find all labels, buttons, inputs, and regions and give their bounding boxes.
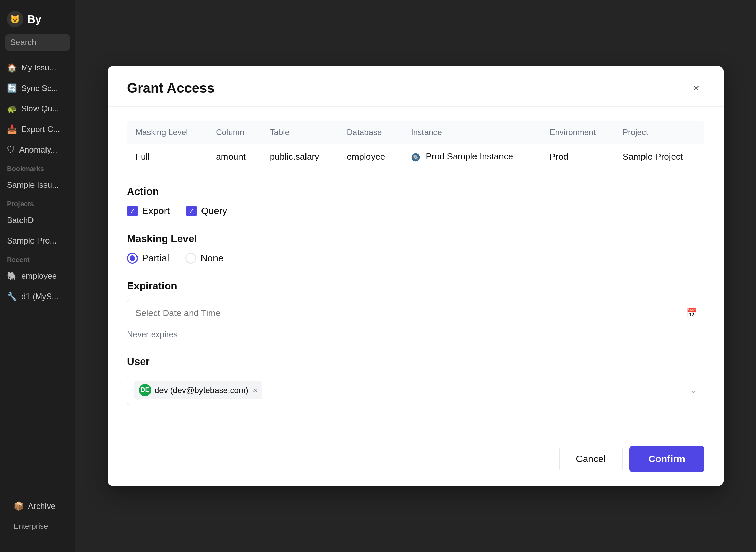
col-header-project: Project (614, 121, 704, 144)
grant-access-table: Masking Level Column Table Database Inst… (127, 120, 704, 169)
export-checkbox-box: ✓ (127, 206, 138, 216)
sidebar-item-batchd[interactable]: BatchD (0, 210, 75, 231)
cancel-button[interactable]: Cancel (559, 446, 623, 472)
sidebar-header: 🐱 By (0, 0, 75, 34)
action-label: Action (127, 186, 704, 197)
cell-database: employee (338, 144, 403, 169)
user-section: User DE dev (dev@bytebase.com) × ⌄ (127, 356, 704, 405)
date-input-wrapper: 📅 (127, 300, 704, 326)
radio-none-circle (185, 253, 196, 264)
svg-text:🐘: 🐘 (413, 155, 419, 160)
col-header-column: Column (208, 121, 261, 144)
expiration-section: Expiration 📅 Never expires (127, 280, 704, 339)
export-label: Export (142, 206, 170, 216)
query-checkbox[interactable]: ✓ Query (186, 206, 227, 216)
col-header-instance: Instance (403, 121, 541, 144)
cell-environment: Prod (541, 144, 614, 169)
grant-access-modal: Grant Access × Masking Level Column Tabl… (108, 66, 724, 486)
cell-column: amount (208, 144, 261, 169)
user-tag: DE dev (dev@bytebase.com) × (134, 381, 262, 399)
search-input[interactable]: Search (5, 34, 70, 51)
radio-partial[interactable]: Partial (127, 253, 169, 264)
postgres-icon: 🐘 (411, 153, 420, 162)
partial-label: Partial (142, 253, 169, 264)
db-icon: 🐘 (7, 271, 17, 281)
sidebar-item-export-c[interactable]: 📥 Export C... (0, 119, 75, 140)
sidebar-item-sync-sc[interactable]: 🔄 Sync Sc... (0, 78, 75, 98)
sidebar-item-sample-issue[interactable]: Sample Issu... (0, 175, 75, 195)
user-name: dev (dev@bytebase.com) (155, 385, 248, 395)
masking-radio-group: Partial None (127, 253, 704, 264)
confirm-button[interactable]: Confirm (629, 446, 704, 472)
table-row: Full amount public.salary employee 🐘 (127, 144, 704, 169)
masking-level-section: Masking Level Partial None (127, 233, 704, 264)
none-label: None (200, 253, 223, 264)
dropdown-arrow-icon: ⌄ (690, 385, 697, 395)
col-header-masking-level: Masking Level (127, 121, 208, 144)
date-time-input[interactable] (127, 300, 704, 326)
never-expires-text: Never expires (127, 330, 704, 339)
query-label: Query (201, 206, 227, 216)
query-checkbox-box: ✓ (186, 206, 197, 216)
col-header-database: Database (338, 121, 403, 144)
radio-partial-circle (127, 253, 138, 264)
sidebar-item-enterprise[interactable]: Enterprise (7, 516, 68, 536)
cell-instance: 🐘 Prod Sample Instance (403, 144, 541, 169)
sidebar-footer: 📦 Archive Enterprise (0, 490, 75, 542)
section-bookmarks: Bookmarks (0, 160, 75, 175)
archive-icon: 📦 (14, 501, 24, 511)
user-remove-button[interactable]: × (253, 386, 258, 395)
export-checkbox[interactable]: ✓ Export (127, 206, 170, 216)
col-header-environment: Environment (541, 121, 614, 144)
modal-header: Grant Access × (108, 66, 724, 107)
issues-icon: 🏠 (7, 63, 17, 73)
slow-query-icon: 🐢 (7, 104, 17, 114)
app-name: By (27, 13, 41, 26)
section-projects: Projects (0, 195, 75, 210)
modal-body: Masking Level Column Table Database Inst… (108, 107, 724, 435)
user-avatar: DE (139, 384, 151, 396)
calendar-icon: 📅 (686, 308, 697, 318)
sidebar-item-employee[interactable]: 🐘 employee (0, 266, 75, 286)
modal-overlay: Grant Access × Masking Level Column Tabl… (75, 0, 756, 552)
cell-table: public.salary (262, 144, 339, 169)
modal-title: Grant Access (127, 80, 214, 96)
col-header-table: Table (262, 121, 339, 144)
sidebar: 🐱 By Search 🏠 My Issu... 🔄 Sync Sc... 🐢 … (0, 0, 75, 552)
expiration-label: Expiration (127, 280, 704, 292)
sidebar-item-anomaly[interactable]: 🛡 Anomaly... (0, 140, 75, 160)
close-button[interactable]: × (688, 80, 704, 96)
mysql-icon: 🔧 (7, 292, 17, 301)
sidebar-item-my-issues[interactable]: 🏠 My Issu... (0, 57, 75, 78)
cell-project: Sample Project (614, 144, 704, 169)
action-section: Action ✓ Export ✓ Query (127, 186, 704, 216)
modal-footer: Cancel Confirm (108, 435, 724, 486)
user-select[interactable]: DE dev (dev@bytebase.com) × ⌄ (127, 376, 704, 405)
radio-none[interactable]: None (185, 253, 223, 264)
sidebar-item-d1-mysql[interactable]: 🔧 d1 (MyS... (0, 286, 75, 307)
sidebar-item-slow-qu[interactable]: 🐢 Slow Qu... (0, 98, 75, 119)
sidebar-item-sample-pro[interactable]: Sample Pro... (0, 231, 75, 251)
export-icon: 📥 (7, 124, 17, 134)
sync-icon: 🔄 (7, 83, 17, 93)
sidebar-item-archive[interactable]: 📦 Archive (7, 496, 68, 516)
app-logo: 🐱 (7, 11, 23, 27)
anomaly-icon: 🛡 (7, 145, 15, 155)
user-label: User (127, 356, 704, 367)
section-recent: Recent (0, 251, 75, 266)
action-checkbox-group: ✓ Export ✓ Query (127, 206, 704, 216)
cell-masking-level: Full (127, 144, 208, 169)
masking-level-label: Masking Level (127, 233, 704, 245)
